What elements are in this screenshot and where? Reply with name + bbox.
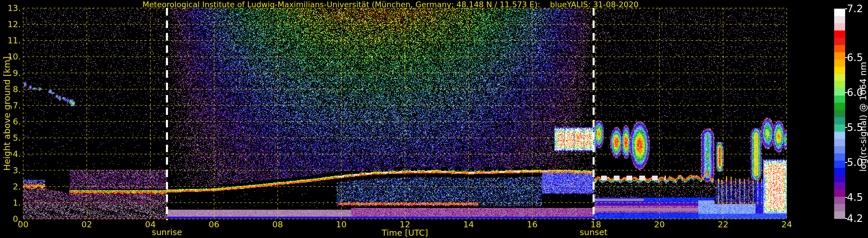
heatmap-canvas <box>0 0 868 238</box>
colorbar-tick-label-5.5: 5.5 <box>847 122 863 133</box>
y-tick-label-9.: 9. <box>0 68 21 78</box>
x-tick-label-04: 04 <box>145 219 156 229</box>
y-tick-label-4.: 4. <box>0 149 21 159</box>
x-tick-label-06: 06 <box>209 219 220 229</box>
x-tick-label-16: 16 <box>527 219 538 229</box>
x-tick-label-12: 12 <box>400 219 410 229</box>
y-tick-label-13.: 13. <box>0 3 21 13</box>
y-tick-label-0.: 0. <box>0 214 21 224</box>
sunrise-label: sunrise <box>152 227 182 237</box>
page-title: Meteorological Institute of Ludwig-Maxim… <box>142 0 638 9</box>
y-tick-label-7.: 7. <box>0 101 21 110</box>
x-tick-label-02: 02 <box>82 219 92 229</box>
y-tick-label-3.: 3. <box>0 166 21 175</box>
lidar-quicklook-figure: Meteorological Institute of Ludwig-Maxim… <box>0 0 868 238</box>
colorbar-tick-label-6.5: 6.5 <box>847 52 863 63</box>
colorbar-tick-label-7.2: 7.2 <box>847 3 863 14</box>
x-tick-label-18: 18 <box>591 219 601 229</box>
y-tick-label-10.: 10. <box>0 52 21 62</box>
x-axis-title: Time [UTC] <box>382 228 428 238</box>
colorbar-tick-label-4.5: 4.5 <box>847 192 863 203</box>
x-tick-label-20: 20 <box>654 219 665 229</box>
colorbar-title: log(rc-signal) @ 1064 nm <box>858 62 868 172</box>
y-tick-label-2.: 2. <box>0 182 21 192</box>
colorbar-tick-label-6.0: 6.0 <box>847 87 863 98</box>
x-tick-label-24: 24 <box>781 219 792 229</box>
y-tick-label-6.: 6. <box>0 117 21 127</box>
x-tick-label-22: 22 <box>718 219 728 229</box>
y-tick-label-12.: 12. <box>0 19 21 29</box>
y-tick-label-11.: 11. <box>0 36 21 45</box>
x-tick-label-08: 08 <box>273 219 283 229</box>
x-tick-label-10: 10 <box>336 219 347 229</box>
x-tick-label-14: 14 <box>463 219 474 229</box>
colorbar-tick-label-5.0: 5.0 <box>847 157 863 168</box>
y-tick-label-8.: 8. <box>0 84 21 94</box>
y-tick-label-5.: 5. <box>0 133 21 143</box>
y-tick-label-1.: 1. <box>0 198 21 208</box>
colorbar-tick-label-4.2: 4.2 <box>847 212 863 224</box>
